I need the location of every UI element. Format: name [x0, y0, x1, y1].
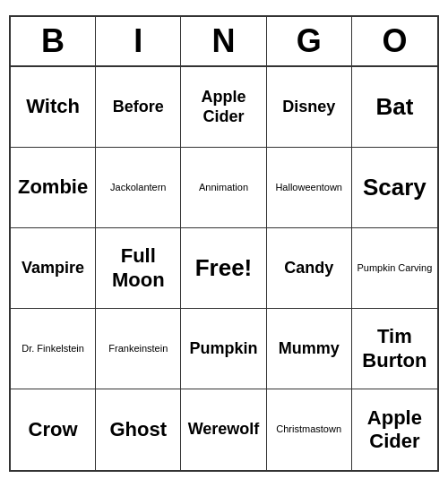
cell-text-12: Free!: [195, 254, 253, 282]
bingo-cell-1[interactable]: Before: [96, 67, 181, 148]
bingo-cell-3[interactable]: Disney: [267, 67, 352, 148]
cell-text-16: Frankeinstein: [108, 343, 168, 355]
bingo-header: BINGO: [11, 17, 437, 67]
cell-text-14: Pumpkin Carving: [358, 262, 433, 274]
bingo-cell-10[interactable]: Vampire: [11, 228, 96, 309]
bingo-cell-22[interactable]: Werewolf: [181, 389, 266, 470]
bingo-card: BINGO WitchBeforeApple CiderDisneyBatZom…: [9, 15, 439, 472]
bingo-cell-7[interactable]: Annimation: [181, 148, 266, 228]
header-letter-o: O: [352, 17, 437, 65]
cell-text-4: Bat: [375, 93, 413, 121]
cell-text-19: Tim Burton: [356, 325, 434, 372]
cell-text-1: Before: [113, 98, 164, 117]
cell-text-18: Mummy: [279, 339, 340, 359]
bingo-cell-16[interactable]: Frankeinstein: [96, 309, 181, 389]
cell-text-3: Disney: [282, 98, 335, 117]
cell-text-6: Jackolantern: [110, 182, 166, 193]
cell-text-13: Candy: [284, 259, 333, 278]
cell-text-24: Apple Cider: [356, 406, 434, 454]
bingo-cell-4[interactable]: Bat: [352, 67, 437, 148]
bingo-cell-5[interactable]: Zombie: [11, 148, 96, 228]
bingo-cell-11[interactable]: Full Moon: [96, 228, 181, 309]
bingo-cell-21[interactable]: Ghost: [96, 389, 181, 470]
cell-text-8: Halloweentown: [275, 182, 342, 193]
cell-text-17: Pumpkin: [189, 339, 257, 359]
header-letter-i: I: [96, 17, 181, 65]
cell-text-0: Witch: [26, 95, 80, 118]
bingo-cell-12[interactable]: Free!: [181, 228, 266, 309]
cell-text-21: Ghost: [110, 418, 168, 441]
bingo-cell-24[interactable]: Apple Cider: [352, 389, 437, 470]
header-letter-b: B: [11, 17, 96, 65]
bingo-cell-6[interactable]: Jackolantern: [96, 148, 181, 228]
bingo-cell-17[interactable]: Pumpkin: [181, 309, 266, 389]
bingo-cell-20[interactable]: Crow: [11, 389, 96, 470]
cell-text-10: Vampire: [22, 259, 84, 278]
cell-text-11: Full Moon: [99, 244, 177, 292]
bingo-cell-9[interactable]: Scary: [352, 148, 437, 228]
bingo-cell-8[interactable]: Halloweentown: [267, 148, 352, 228]
header-letter-g: G: [267, 17, 352, 65]
cell-text-5: Zombie: [18, 175, 88, 199]
cell-text-22: Werewolf: [188, 420, 260, 440]
cell-text-15: Dr. Finkelstein: [22, 343, 84, 355]
cell-text-23: Christmastown: [276, 423, 341, 435]
cell-text-7: Annimation: [199, 182, 248, 193]
bingo-cell-19[interactable]: Tim Burton: [352, 309, 437, 389]
bingo-cell-13[interactable]: Candy: [267, 228, 352, 309]
bingo-cell-15[interactable]: Dr. Finkelstein: [11, 309, 96, 389]
bingo-grid: WitchBeforeApple CiderDisneyBatZombieJac…: [11, 67, 437, 470]
bingo-cell-2[interactable]: Apple Cider: [181, 67, 266, 148]
bingo-cell-18[interactable]: Mummy: [267, 309, 352, 389]
cell-text-2: Apple Cider: [185, 88, 262, 126]
header-letter-n: N: [181, 17, 266, 65]
bingo-cell-23[interactable]: Christmastown: [267, 389, 352, 470]
bingo-cell-14[interactable]: Pumpkin Carving: [352, 228, 437, 309]
bingo-cell-0[interactable]: Witch: [11, 67, 96, 148]
cell-text-20: Crow: [29, 418, 78, 441]
cell-text-9: Scary: [363, 174, 426, 201]
